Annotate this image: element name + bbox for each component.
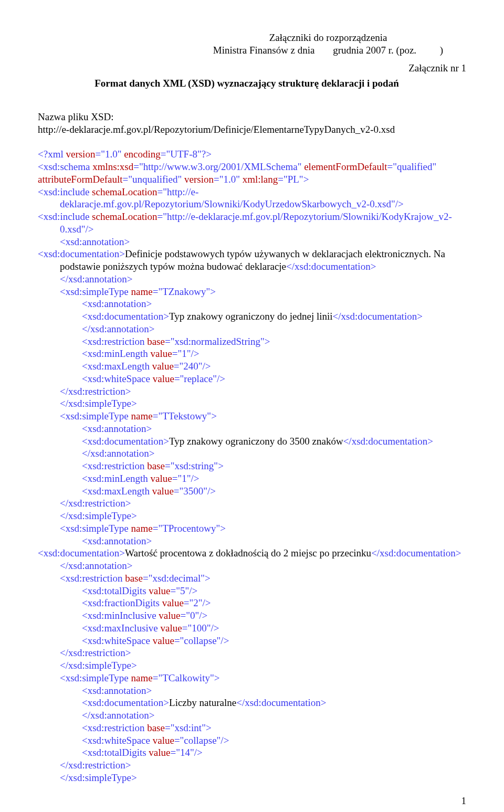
document-body: Nazwa pliku XSD: http://e-deklaracje.mf.… [38,111,466,784]
tprocentowy-open: <xsd:simpleType name="TProcentowy"> [38,522,466,535]
include-2: <xsd:include schemaLocation="http://e-de… [38,210,466,236]
tcalkowity-open: <xsd:simpleType name="TCalkowity"> [38,672,466,684]
header-line-1: Załączniki do rozporządzenia [190,31,466,44]
header-block: Załączniki do rozporządzenia Ministra Fi… [190,31,466,57]
include-1: <xsd:include schemaLocation="http://e-de… [38,186,466,211]
schema-open: <xsd:schema xmlns:xsd="http://www.w3.org… [38,161,466,186]
ttekstowy-open: <xsd:simpleType name="TTekstowy"> [38,410,466,423]
annotation-open: <xsd:annotation> [38,236,466,248]
xsd-name-label: Nazwa pliku XSD: [38,111,466,123]
page-number: 1 [38,795,466,807]
xsd-url: http://e-deklaracje.mf.gov.pl/Repozytori… [38,123,466,136]
xml-declaration: <?xml version="1.0" encoding="UTF-8"?> [38,148,466,161]
header-line-2: Ministra Finansów z dnia grudnia 2007 r.… [190,44,466,57]
tznakowy-open: <xsd:simpleType name="TZnakowy"> [38,286,466,298]
documentation-main: <xsd:documentation>Definicje podstawowyc… [38,248,466,273]
page-title: Format danych XML (XSD) wyznaczający str… [27,77,466,90]
attachment-label: Załącznik nr 1 [38,62,466,75]
